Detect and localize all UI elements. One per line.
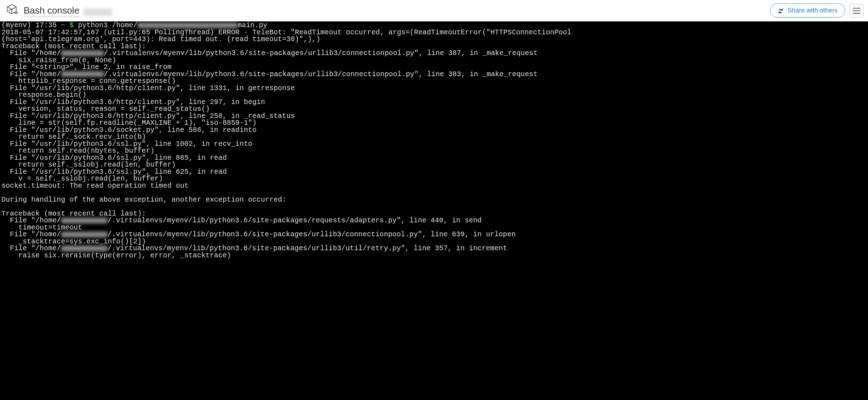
menu-button[interactable] [849, 4, 864, 18]
share-label: Share with others [788, 7, 838, 14]
console-output[interactable]: (myenv) 17:35 ~ $ python3 /home/main.py … [0, 21, 868, 400]
console-line: socket.timeout: The read operation timed… [1, 182, 189, 190]
page-title-wrap: Bash console [24, 5, 112, 16]
console-line: /.virtualenvs/myenv/lib/python3.6/site-p… [104, 49, 538, 57]
console-line: raise six.reraise(type(error), error, _s… [1, 252, 231, 260]
redacted-path [138, 23, 238, 28]
hamburger-icon [853, 8, 860, 14]
console-line: /.virtualenvs/myenv/lib/python3.6/site-p… [108, 231, 516, 238]
console-line: /.virtualenvs/myenv/lib/python3.6/site-p… [108, 217, 482, 224]
redacted-user [61, 71, 104, 77]
redacted-user [61, 246, 108, 251]
redacted-user [61, 232, 108, 237]
redacted-user [61, 218, 108, 223]
share-button[interactable]: Share with others [770, 4, 845, 18]
share-icon [778, 8, 785, 14]
title-redacted [83, 9, 112, 16]
page-title[interactable]: Bash console [24, 5, 79, 17]
console-line: During handling of the above exception, … [1, 196, 286, 204]
header-left: Bash console [4, 3, 112, 18]
header-right: Share with others [770, 4, 864, 18]
logo-icon[interactable] [4, 3, 19, 18]
redacted-user [61, 50, 104, 56]
header-bar: Bash console Share with others [0, 0, 868, 21]
